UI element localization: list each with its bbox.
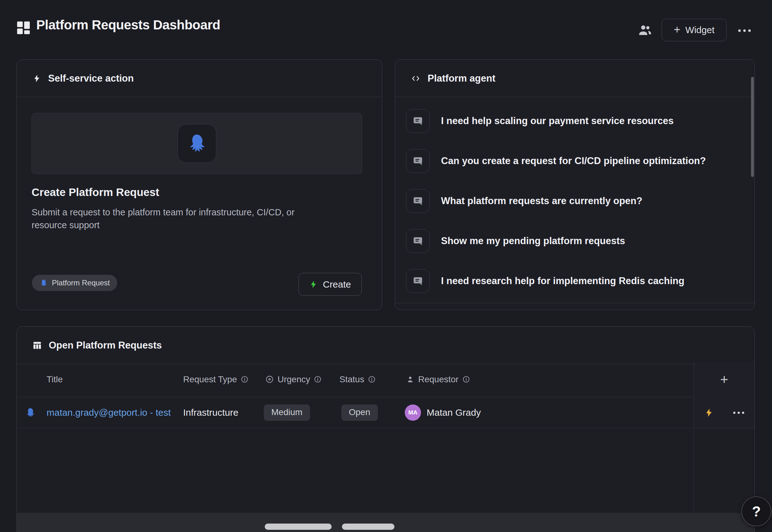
row-requestor-cell: MA Matan Grady (405, 397, 481, 428)
table-header-row: Title Request Type Urgency Status (17, 362, 754, 397)
column-label: Requestor (418, 374, 459, 384)
action-title: Create Platform Request (32, 186, 159, 198)
agent-suggestion[interactable]: I need help scaling our payment service … (406, 109, 674, 133)
divider (395, 303, 754, 303)
chip-label: Platform Request (52, 279, 110, 287)
platform-requests-dashboard: Platform Requests Dashboard + Widget Sel… (0, 0, 772, 532)
agent-suggestion[interactable]: Can you create a request for CI/CD pipel… (406, 149, 706, 173)
page-title: Platform Requests Dashboard (36, 18, 220, 33)
table-icon (33, 341, 42, 350)
chat-icon (406, 189, 430, 213)
row-urgency-cell: Medium (264, 397, 310, 428)
platform-agent-card-title: Platform agent (428, 73, 495, 84)
agent-suggestion[interactable]: Show me my pending platform requests (406, 229, 625, 253)
users-icon[interactable] (638, 23, 653, 38)
column-header-title: Title (47, 362, 63, 397)
lightning-icon (309, 280, 318, 289)
requestor-avatar: MA (405, 404, 421, 421)
add-widget-label: Widget (685, 25, 714, 35)
add-column-button[interactable]: + (694, 362, 754, 397)
create-button[interactable]: Create (298, 273, 362, 296)
page-more-menu[interactable] (735, 25, 754, 36)
chat-icon (406, 149, 430, 173)
column-header-request-type: Request Type (183, 362, 248, 397)
vertical-scrollbar-thumb[interactable] (751, 77, 754, 177)
horizontal-scrollbar-thumb[interactable] (342, 524, 394, 530)
self-service-card-title: Self-service action (48, 73, 134, 84)
platform-agent-card: Platform agent I need help scaling our p… (395, 59, 755, 310)
horizontal-scrollbar-thumb[interactable] (265, 524, 332, 530)
self-service-card: Self-service action Create Platform Requ… (17, 59, 382, 310)
status-badge: Open (341, 404, 378, 421)
agent-suggestion-text: I need help scaling our payment service … (441, 115, 674, 127)
chat-icon (406, 109, 430, 133)
octopus-icon (25, 407, 36, 418)
help-button[interactable]: ? (741, 496, 771, 526)
agent-suggestion[interactable]: I need research help for implementing Re… (406, 269, 684, 293)
column-label: Title (47, 374, 63, 384)
agent-suggestion-text: Can you create a request for CI/CD pipel… (441, 155, 706, 167)
column-header-status: Status (339, 362, 376, 397)
agent-suggestion-text: What platform requests are currently ope… (441, 195, 642, 207)
self-service-card-header: Self-service action (17, 60, 382, 97)
requestor-name: Matan Grady (427, 407, 481, 418)
info-icon[interactable] (314, 375, 322, 383)
column-label: Urgency (278, 374, 310, 384)
platform-agent-card-header: Platform agent (395, 60, 754, 97)
row-title-cell: matan.grady@getport.io - test (47, 397, 171, 428)
column-label: Request Type (183, 374, 237, 384)
action-description: Submit a request to the platform team fo… (32, 206, 325, 232)
octopus-icon (186, 132, 208, 155)
run-action-icon[interactable] (704, 408, 714, 418)
open-requests-card: Open Platform Requests Title Request Typ… (17, 326, 755, 532)
create-button-label: Create (323, 279, 351, 290)
dashboard-icon (15, 19, 32, 37)
actions-column-separator (694, 362, 694, 532)
lightning-icon (33, 74, 41, 83)
octopus-icon (39, 279, 48, 287)
chat-icon (406, 269, 430, 293)
person-icon (406, 375, 414, 384)
agent-suggestion-text: Show me my pending platform requests (441, 235, 625, 247)
info-icon[interactable] (462, 375, 470, 383)
platform-request-chip[interactable]: Platform Request (32, 275, 117, 291)
agent-suggestion[interactable]: What platform requests are currently ope… (406, 189, 642, 213)
agent-suggestion-text: I need research help for implementing Re… (441, 275, 684, 287)
request-title-link[interactable]: matan.grady@getport.io - test (47, 407, 171, 418)
radio-icon (265, 375, 274, 384)
row-request-type-cell: Infrastructure (183, 397, 238, 428)
info-icon[interactable] (241, 375, 248, 383)
add-widget-button[interactable]: + Widget (662, 19, 727, 41)
action-logo-tile (178, 124, 216, 163)
column-header-urgency: Urgency (265, 362, 322, 397)
request-type-value: Infrastructure (183, 407, 238, 418)
code-icon (411, 74, 421, 83)
urgency-badge: Medium (264, 404, 310, 421)
action-preview-panel (32, 113, 362, 174)
table-row: matan.grady@getport.io - test Infrastruc… (17, 397, 754, 428)
row-more-menu[interactable] (733, 412, 744, 414)
row-actions-cell (694, 397, 754, 428)
row-entity-icon-cell (25, 397, 36, 428)
table-footer-scroll-area (17, 513, 754, 532)
plus-icon: + (674, 24, 680, 35)
column-label: Status (339, 374, 364, 384)
row-status-cell: Open (341, 397, 378, 428)
open-requests-card-header: Open Platform Requests (17, 327, 754, 364)
info-icon[interactable] (368, 375, 376, 383)
column-header-requestor: Requestor (406, 362, 470, 397)
open-requests-card-title: Open Platform Requests (49, 340, 162, 351)
chat-icon (406, 229, 430, 253)
